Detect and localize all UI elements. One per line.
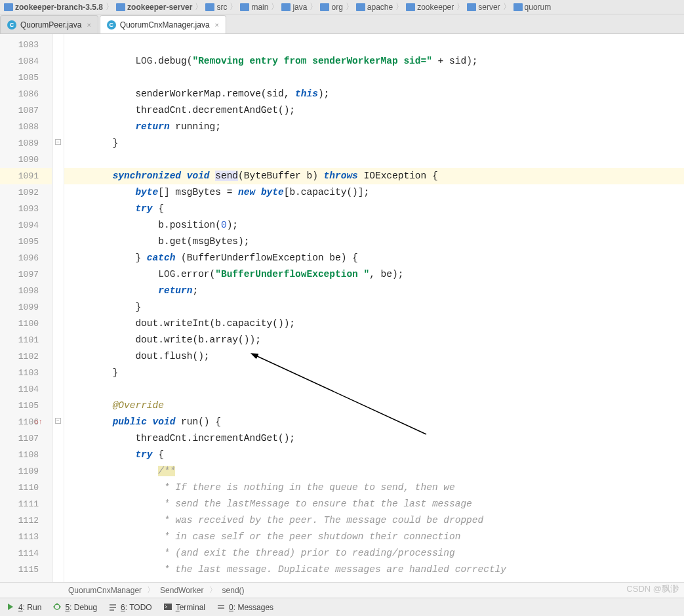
tool-window-button[interactable]: 4: Run	[7, 603, 41, 612]
code-line[interactable]	[64, 70, 684, 86]
code-line[interactable]: b.position(0);	[64, 217, 684, 234]
code-line[interactable]: dout.writeInt(b.capacity());	[64, 316, 684, 332]
close-icon[interactable]: ×	[87, 21, 91, 29]
line-number[interactable]: 1090	[0, 152, 52, 168]
line-number[interactable]: 1092	[0, 184, 52, 201]
code-line[interactable]: @Override	[64, 398, 684, 414]
editor-tabs: CQuorumPeer.java×CQuorumCnxManager.java×	[0, 14, 684, 34]
breadcrumb-item[interactable]: org	[319, 3, 344, 12]
code-line[interactable]: } catch (BufferUnderflowException be) {	[64, 250, 684, 266]
code-line[interactable]: * was received by the peer. The message …	[64, 512, 684, 529]
line-number[interactable]: 1088	[0, 119, 52, 135]
svg-point-3	[54, 604, 60, 609]
line-number[interactable]: 1104	[0, 381, 52, 398]
code-line[interactable]: try {	[64, 201, 684, 217]
line-number[interactable]: 1101	[0, 332, 52, 348]
folder-icon	[513, 3, 523, 11]
code-line[interactable]: b.get(msgBytes);	[64, 234, 684, 250]
close-icon[interactable]: ×	[215, 21, 219, 29]
line-number[interactable]: 1107	[0, 430, 52, 447]
path-breadcrumb: zookeeper-branch-3.5.8〉zookeeper-server〉…	[0, 0, 684, 14]
line-number[interactable]: 1115	[0, 562, 52, 578]
fold-toggle-icon[interactable]: −	[55, 418, 61, 424]
line-number[interactable]: 1106o↑	[0, 414, 52, 430]
tool-window-button[interactable]: 0: Messages	[217, 603, 273, 612]
code-line[interactable]: LOG.debug("Removing entry from senderWor…	[64, 53, 684, 70]
code-line[interactable]: }	[64, 365, 684, 381]
code-line[interactable]: * (and exit the thread) prior to reading…	[64, 545, 684, 562]
breadcrumb-item[interactable]: quorum	[512, 3, 553, 12]
breadcrumb-separator: 〉	[104, 1, 115, 12]
line-number[interactable]: 1112	[0, 512, 52, 529]
code-line[interactable]: threadCnt.decrementAndGet();	[64, 102, 684, 119]
code-line[interactable]: /**	[64, 463, 684, 480]
code-line[interactable]: synchronized void send(ByteBuffer b) thr…	[64, 168, 684, 184]
breadcrumb-item[interactable]: apache	[355, 3, 394, 12]
line-number[interactable]: 1089	[0, 135, 52, 152]
tool-window-button[interactable]: 6: TODO	[109, 603, 152, 612]
fold-toggle-icon[interactable]: −	[55, 139, 61, 145]
breadcrumb-item[interactable]: src	[204, 3, 228, 12]
code-line[interactable]: public void run() {	[64, 414, 684, 430]
structure-breadcrumb[interactable]: QuorumCnxManager〉SendWorker〉send()	[0, 582, 684, 598]
line-number[interactable]: 1109	[0, 463, 52, 480]
line-number[interactable]: 1099	[0, 299, 52, 316]
breadcrumb-item[interactable]: server	[466, 3, 501, 12]
line-number[interactable]: 1095	[0, 234, 52, 250]
line-number[interactable]: 1091	[0, 168, 52, 184]
structure-crumb-item[interactable]: QuorumCnxManager	[66, 586, 144, 595]
line-number[interactable]: 1096	[0, 250, 52, 266]
code-line[interactable]: }	[64, 299, 684, 316]
line-number[interactable]: 1085	[0, 70, 52, 86]
code-content[interactable]: LOG.debug("Removing entry from senderWor…	[64, 34, 684, 582]
line-number[interactable]: 1100	[0, 316, 52, 332]
folder-icon	[4, 3, 13, 11]
structure-crumb-item[interactable]: SendWorker	[157, 586, 206, 595]
editor-tab[interactable]: CQuorumCnxManager.java×	[100, 15, 226, 33]
code-line[interactable]: return;	[64, 283, 684, 299]
line-number[interactable]: 1083	[0, 37, 52, 53]
code-line[interactable]: dout.flush();	[64, 348, 684, 365]
code-line[interactable]: * in case self or the peer shutdown thei…	[64, 529, 684, 545]
breadcrumb-item[interactable]: java	[280, 3, 308, 12]
svg-rect-11	[218, 605, 224, 606]
line-number[interactable]: 1111	[0, 496, 52, 512]
line-number[interactable]: 1108	[0, 447, 52, 463]
code-line[interactable]: * send the lastMessage to ensure that th…	[64, 496, 684, 512]
breadcrumb-item[interactable]: main	[239, 3, 270, 12]
code-line[interactable]: * the last message. Duplicate messages a…	[64, 562, 684, 578]
code-line[interactable]: dout.write(b.array());	[64, 332, 684, 348]
line-number[interactable]: 1086	[0, 86, 52, 102]
code-line[interactable]: * If there is nothing in the queue to se…	[64, 480, 684, 496]
editor-tab[interactable]: CQuorumPeer.java×	[0, 15, 98, 33]
code-line[interactable]: senderWorkerMap.remove(sid, this);	[64, 86, 684, 102]
line-number[interactable]: 1093	[0, 201, 52, 217]
code-line[interactable]	[64, 152, 684, 168]
structure-crumb-item[interactable]: send()	[220, 586, 247, 595]
code-line[interactable]	[64, 381, 684, 398]
breadcrumb-item[interactable]: zookeeper-server	[115, 3, 193, 12]
code-line[interactable]: threadCnt.incrementAndGet();	[64, 430, 684, 447]
line-number[interactable]: 1087	[0, 102, 52, 119]
line-number[interactable]: 1105	[0, 398, 52, 414]
breadcrumb-item[interactable]: zookeeper	[405, 3, 455, 12]
override-marker-icon[interactable]: o↑	[34, 414, 43, 430]
code-line[interactable]: return running;	[64, 119, 684, 135]
line-number[interactable]: 1097	[0, 266, 52, 283]
line-number[interactable]: 1103	[0, 365, 52, 381]
code-line[interactable]: }	[64, 135, 684, 152]
line-number[interactable]: 1094	[0, 217, 52, 234]
line-number[interactable]: 1110	[0, 480, 52, 496]
code-line[interactable]	[64, 37, 684, 53]
tool-window-button[interactable]: Terminal	[164, 603, 205, 612]
line-number[interactable]: 1113	[0, 529, 52, 545]
tool-window-button[interactable]: 5: Debug	[53, 603, 97, 612]
code-line[interactable]: byte[] msgBytes = new byte[b.capacity()]…	[64, 184, 684, 201]
code-line[interactable]: try {	[64, 447, 684, 463]
line-number[interactable]: 1102	[0, 348, 52, 365]
line-number[interactable]: 1114	[0, 545, 52, 562]
line-number[interactable]: 1084	[0, 53, 52, 70]
breadcrumb-item[interactable]: zookeeper-branch-3.5.8	[3, 3, 104, 12]
code-line[interactable]: LOG.error("BufferUnderflowException ", b…	[64, 266, 684, 283]
line-number[interactable]: 1098	[0, 283, 52, 299]
